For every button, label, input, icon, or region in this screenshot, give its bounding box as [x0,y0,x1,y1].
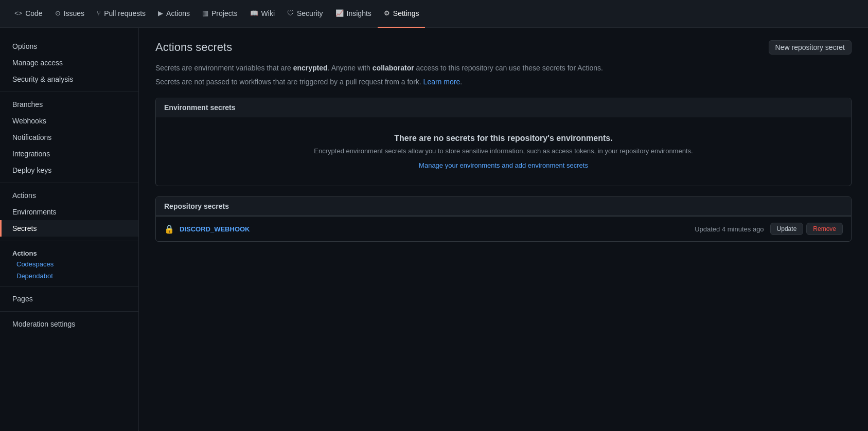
insights-icon: 📈 [335,9,344,17]
sidebar-link-codespaces[interactable]: Codespaces [0,258,138,270]
content-header: Actions secrets New repository secret [155,40,852,55]
nav-wiki[interactable]: 📖 Wiki [244,0,281,28]
environment-secrets-box: Environment secrets There are no secrets… [155,98,852,186]
sidebar-item-manage-access[interactable]: Manage access [0,55,138,71]
main-layout: Options Manage access Security & analysi… [0,28,868,431]
sidebar-item-branches[interactable]: Branches [0,96,138,113]
security-icon: 🛡 [287,9,294,17]
repository-secrets-header: Repository secrets [156,197,851,216]
nav-pull-requests[interactable]: ⑂ Pull requests [91,0,152,28]
issues-icon: ⊙ [55,9,61,17]
sidebar-item-moderation[interactable]: Moderation settings [0,316,138,332]
update-secret-button-discord[interactable]: Update [770,223,804,235]
nav-projects[interactable]: ▦ Projects [196,0,244,28]
description-line-1: Secrets are environment variables that a… [155,63,852,74]
sidebar-item-pages[interactable]: Pages [0,291,138,307]
sidebar-item-integrations[interactable]: Integrations [0,146,138,162]
bold-collaborator: collaborator [373,64,414,72]
sidebar-divider-3 [0,241,138,241]
sidebar-item-options[interactable]: Options [0,38,138,55]
nav-insights[interactable]: 📈 Insights [329,0,378,28]
sidebar-item-security-analysis[interactable]: Security & analysis [0,71,138,87]
sidebar-item-webhooks[interactable]: Webhooks [0,113,138,129]
environment-secrets-empty: There are no secrets for this repository… [156,117,851,186]
code-icon: <> [14,9,22,17]
main-content: Actions secrets New repository secret Se… [139,28,868,431]
repository-secrets-box: Repository secrets 🔒 DISCORD_WEBHOOK Upd… [155,196,852,242]
new-repository-secret-button[interactable]: New repository secret [769,40,852,55]
sidebar: Options Manage access Security & analysi… [0,28,139,431]
environment-secrets-header: Environment secrets [156,98,851,117]
sidebar-item-actions[interactable]: Actions [0,187,138,204]
empty-sub: Encrypted environment secrets allow you … [164,147,843,155]
settings-icon: ⚙ [384,9,390,17]
sidebar-divider-1 [0,92,138,92]
empty-title: There are no secrets for this repository… [164,134,843,143]
sidebar-divider-5 [0,311,138,312]
secret-row-discord: 🔒 DISCORD_WEBHOOK Updated 4 minutes ago … [156,216,851,241]
learn-more-link[interactable]: Learn more [423,78,460,86]
nav-actions[interactable]: ▶ Actions [152,0,196,28]
sidebar-link-dependabot[interactable]: Dependabot [0,270,138,282]
actions-icon: ▶ [158,9,163,17]
sidebar-divider-2 [0,183,138,183]
sidebar-item-notifications[interactable]: Notifications [0,129,138,146]
pr-icon: ⑂ [97,9,101,17]
nav-security[interactable]: 🛡 Security [281,0,329,28]
sidebar-item-environments[interactable]: Environments [0,204,138,220]
nav-settings[interactable]: ⚙ Settings [378,0,426,28]
projects-icon: ▦ [202,9,208,17]
wiki-icon: 📖 [250,9,258,17]
manage-environments-link[interactable]: Manage your environments and add environ… [419,161,588,169]
secret-updated-discord: Updated 4 minutes ago [695,225,764,233]
page-title: Actions secrets [155,41,232,54]
sidebar-item-deploy-keys[interactable]: Deploy keys [0,162,138,178]
sidebar-item-secrets[interactable]: Secrets [0,220,138,237]
sidebar-divider-4 [0,286,138,286]
bold-encrypted: encrypted [293,64,328,72]
description-line-2: Secrets are not passed to workflows that… [155,77,852,87]
secret-name-discord[interactable]: DISCORD_WEBHOOK [180,225,695,233]
remove-secret-button-discord[interactable]: Remove [806,223,843,235]
lock-icon: 🔒 [164,224,174,234]
nav-code[interactable]: <> Code [8,0,49,28]
top-nav: <> Code ⊙ Issues ⑂ Pull requests ▶ Actio… [0,0,868,28]
sidebar-actions-section-title: Actions [0,245,138,258]
nav-issues[interactable]: ⊙ Issues [49,0,91,28]
